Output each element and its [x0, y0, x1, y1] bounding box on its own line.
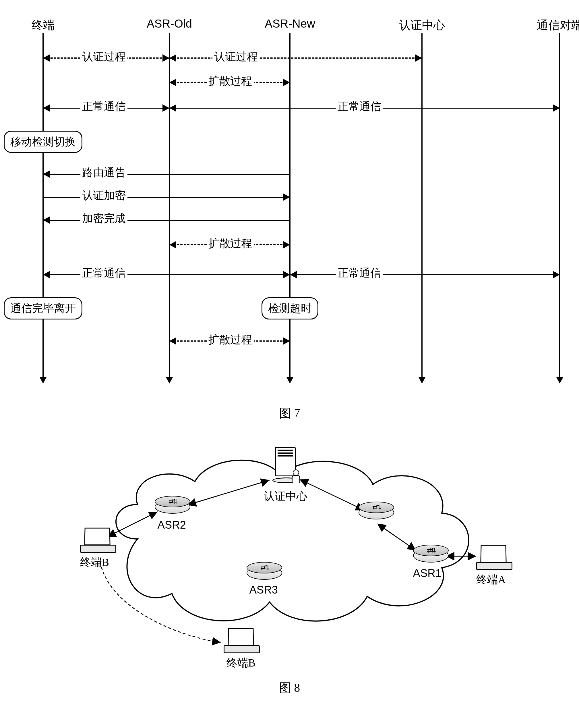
svg-line-1 — [189, 480, 270, 504]
svg-line-2 — [301, 480, 364, 510]
label-auth-encrypt: 认证加密 — [80, 188, 128, 203]
state-detect-timeout: 检测超时 — [261, 297, 319, 319]
actor-terminal: 终端 — [32, 17, 55, 33]
svg-line-3 — [379, 525, 416, 550]
label-asr3: ASR3 — [249, 584, 278, 596]
label-auth-process-2: 认证过程 — [213, 49, 259, 64]
label-asr2: ASR2 — [158, 519, 186, 531]
label-normal-2a: 正常通信 — [80, 266, 128, 280]
label-normal-1b: 正常通信 — [336, 99, 383, 114]
svg-line-0 — [109, 512, 158, 536]
label-terminal-b2: 终端B — [226, 656, 255, 670]
router-icon: ⇄⇅ — [247, 562, 281, 582]
label-diffusion-1: 扩散过程 — [207, 74, 254, 88]
laptop-icon — [80, 527, 114, 553]
actor-asr-old: ASR-Old — [147, 17, 192, 30]
server-icon — [272, 447, 298, 487]
fig7-caption: 图 7 — [6, 405, 573, 421]
state-mobile-detect: 移动检测切换 — [4, 131, 82, 153]
fig8-caption: 图 8 — [6, 680, 573, 696]
label-encrypt-done: 加密完成 — [80, 211, 128, 226]
state-comm-done-leave: 通信完毕离开 — [4, 297, 82, 319]
laptop-icon — [476, 545, 511, 571]
sequence-diagram-fig7: 终端 ASR-Old ASR-New 认证中心 通信对端 认证过程 认证过程 扩… — [6, 6, 569, 394]
lifeline-peer — [559, 33, 560, 378]
label-auth-process-1: 认证过程 — [80, 49, 128, 64]
actor-peer: 通信对端 — [537, 17, 579, 33]
router-icon: ⇄⇅ — [413, 545, 447, 565]
lifeline-auth-center — [421, 33, 422, 378]
label-terminal-b: 终端B — [80, 555, 109, 570]
lifeline-terminal — [43, 33, 44, 378]
label-terminal-a: 终端A — [476, 572, 506, 587]
network-diagram-fig8: 认证中心 ⇄⇅ ASR2 ⇄⇅ ⇄⇅ ASR1 ⇄⇅ ASR3 终端B 终端A … — [74, 430, 505, 677]
msg-auth-process-2 — [170, 57, 421, 59]
label-normal-2b: 正常通信 — [336, 266, 383, 280]
msg-normal-2b — [291, 275, 559, 275]
label-normal-1a: 正常通信 — [80, 99, 128, 114]
label-diffusion-2: 扩散过程 — [207, 236, 254, 251]
laptop-icon — [224, 628, 258, 654]
label-diffusion-3: 扩散过程 — [207, 332, 254, 347]
actor-asr-new: ASR-New — [265, 17, 315, 30]
label-auth-center: 认证中心 — [264, 489, 307, 504]
actor-auth-center: 认证中心 — [399, 17, 445, 33]
router-icon: ⇄⇅ — [359, 502, 393, 522]
label-route-adv: 路由通告 — [80, 165, 128, 180]
router-icon: ⇄⇅ — [155, 496, 189, 516]
label-asr1: ASR1 — [413, 567, 441, 579]
